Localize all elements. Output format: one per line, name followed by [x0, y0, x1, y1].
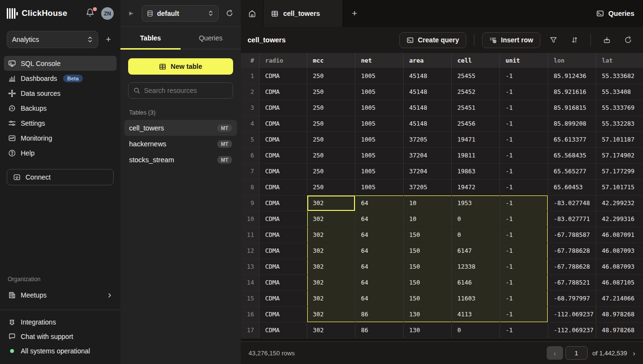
insert-row-button[interactable]: Insert row [482, 32, 540, 48]
cell-area-r7[interactable]: 37204 [403, 163, 451, 179]
cell-lon-r16[interactable]: -112.069237 [548, 306, 596, 322]
cell-radio-r7[interactable]: CDMA [259, 163, 307, 179]
add-workspace-button[interactable]: + [103, 34, 114, 45]
cell-lon-r7[interactable]: 65.565277 [548, 163, 596, 179]
row-number[interactable]: 12 [241, 243, 259, 259]
cell-lat-r16[interactable]: 48.978268 [596, 306, 643, 322]
sidebar-item-backups[interactable]: Backups [4, 101, 117, 116]
cell-lat-r9[interactable]: 42.299232 [596, 195, 643, 211]
cell-cell-r6[interactable]: 19811 [451, 147, 499, 163]
cell-cell-r17[interactable]: 0 [451, 322, 499, 338]
page-number-input[interactable] [565, 346, 588, 360]
cell-mcc-r8[interactable]: 250 [307, 179, 355, 195]
cell-net-r6[interactable]: 1005 [355, 147, 403, 163]
cell-unit-r10[interactable]: -1 [499, 211, 548, 227]
filter-button[interactable] [545, 32, 562, 48]
cell-mcc-r17[interactable]: 302 [307, 322, 355, 338]
download-button[interactable] [599, 32, 615, 48]
cell-cell-r13[interactable]: 12338 [451, 259, 499, 274]
create-query-button[interactable]: Create query [399, 32, 467, 48]
row-number[interactable]: 11 [241, 227, 259, 243]
cell-cell-r16[interactable]: 4113 [451, 306, 499, 322]
cell-lat-r2[interactable]: 55.33408 [596, 84, 643, 100]
cell-area-r12[interactable]: 150 [403, 243, 451, 259]
cell-area-r14[interactable]: 150 [403, 274, 451, 290]
cell-unit-r8[interactable]: -1 [499, 179, 548, 195]
cell-lat-r12[interactable]: 46.087093 [596, 243, 643, 259]
cell-area-r3[interactable]: 45148 [403, 100, 451, 116]
cell-lon-r17[interactable]: -112.069237 [548, 322, 596, 338]
cell-lon-r14[interactable]: -67.788521 [548, 274, 596, 290]
row-number-header[interactable]: # [241, 53, 259, 68]
tab-tables[interactable]: Tables [120, 27, 181, 49]
cell-area-r2[interactable]: 45148 [403, 84, 451, 100]
cell-cell-r5[interactable]: 19471 [451, 131, 499, 147]
cell-radio-r9[interactable]: CDMA [259, 195, 307, 211]
table-item-stocks-stream[interactable]: stocks_stream MT [124, 152, 237, 168]
cell-net-r4[interactable]: 1005 [355, 116, 403, 131]
column-header-net[interactable]: net [355, 53, 403, 68]
cell-mcc-r5[interactable]: 250 [307, 131, 355, 147]
cell-radio-r12[interactable]: CDMA [259, 243, 307, 259]
cell-net-r12[interactable]: 64 [355, 243, 403, 259]
cell-lat-r3[interactable]: 55.333769 [596, 100, 643, 116]
cell-net-r8[interactable]: 1005 [355, 179, 403, 195]
table-item-cell-towers[interactable]: cell_towers MT [124, 120, 237, 136]
cell-lon-r12[interactable]: -67.788628 [548, 243, 596, 259]
cell-mcc-r14[interactable]: 302 [307, 274, 355, 290]
cell-mcc-r11[interactable]: 302 [307, 227, 355, 243]
cell-unit-r15[interactable]: -1 [499, 290, 548, 306]
cell-radio-r11[interactable]: CDMA [259, 227, 307, 243]
queries-button[interactable]: Queries [588, 0, 643, 27]
column-header-lon[interactable]: lon [548, 53, 596, 68]
cell-area-r9[interactable]: 10 [403, 195, 451, 211]
sort-button[interactable] [566, 32, 583, 48]
avatar[interactable]: ZN [101, 7, 114, 20]
cell-cell-r10[interactable]: 0 [451, 211, 499, 227]
cell-unit-r2[interactable]: -1 [499, 84, 548, 100]
cell-mcc-r16[interactable]: 302 [307, 306, 355, 322]
cell-cell-r1[interactable]: 25455 [451, 68, 499, 84]
cell-cell-r2[interactable]: 25452 [451, 84, 499, 100]
cell-mcc-r12[interactable]: 302 [307, 243, 355, 259]
cell-area-r17[interactable]: 130 [403, 322, 451, 338]
sidebar-item-integrations[interactable]: Integrations [4, 315, 117, 329]
cell-lat-r7[interactable]: 57.177299 [596, 163, 643, 179]
cell-radio-r6[interactable]: CDMA [259, 147, 307, 163]
row-number[interactable]: 16 [241, 306, 259, 322]
cell-radio-r4[interactable]: CDMA [259, 116, 307, 131]
sidebar-item-dashboards[interactable]: Dashboards Beta [4, 71, 117, 86]
cell-lat-r15[interactable]: 47.214066 [596, 290, 643, 306]
cell-unit-r16[interactable]: -1 [499, 306, 548, 322]
cell-cell-r12[interactable]: 6147 [451, 243, 499, 259]
column-header-cell[interactable]: cell [451, 53, 499, 68]
cell-lon-r1[interactable]: 85.912436 [548, 68, 596, 84]
cell-lat-r6[interactable]: 57.174902 [596, 147, 643, 163]
cell-net-r16[interactable]: 86 [355, 306, 403, 322]
cell-area-r10[interactable]: 10 [403, 211, 451, 227]
row-number[interactable]: 7 [241, 163, 259, 179]
cell-lat-r11[interactable]: 46.087091 [596, 227, 643, 243]
tab-queries[interactable]: Queries [181, 27, 241, 49]
cell-mcc-r4[interactable]: 250 [307, 116, 355, 131]
cell-lon-r13[interactable]: -67.788628 [548, 259, 596, 274]
column-header-area[interactable]: area [403, 53, 451, 68]
sidebar-item-system-status[interactable]: All systems operational [4, 344, 117, 358]
cell-area-r4[interactable]: 45148 [403, 116, 451, 131]
cell-cell-r4[interactable]: 25456 [451, 116, 499, 131]
home-button[interactable] [241, 0, 263, 27]
row-number[interactable]: 8 [241, 179, 259, 195]
cell-radio-r14[interactable]: CDMA [259, 274, 307, 290]
cell-lon-r4[interactable]: 85.899208 [548, 116, 596, 131]
cell-area-r15[interactable]: 150 [403, 290, 451, 306]
collapse-panel-icon[interactable] [126, 8, 137, 19]
new-tab-button[interactable]: + [343, 0, 366, 27]
table-item-hackernews[interactable]: hackernews MT [124, 136, 237, 152]
cell-lon-r2[interactable]: 85.921616 [548, 84, 596, 100]
cell-net-r3[interactable]: 1005 [355, 100, 403, 116]
cell-cell-r15[interactable]: 11603 [451, 290, 499, 306]
cell-area-r16[interactable]: 130 [403, 306, 451, 322]
cell-unit-r6[interactable]: -1 [499, 147, 548, 163]
cell-cell-r11[interactable]: 0 [451, 227, 499, 243]
cell-unit-r11[interactable]: -1 [499, 227, 548, 243]
